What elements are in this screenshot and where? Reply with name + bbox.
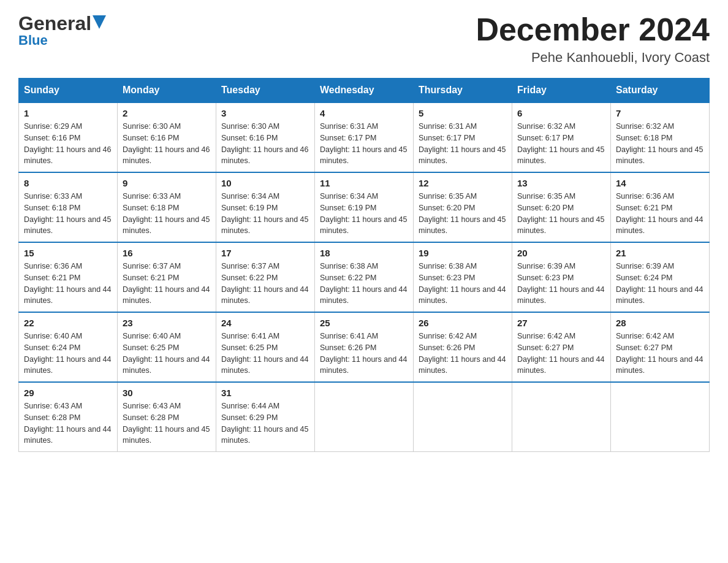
calendar-week-row: 29 Sunrise: 6:43 AMSunset: 6:28 PMDaylig… [19, 382, 710, 452]
calendar-cell: 19 Sunrise: 6:38 AMSunset: 6:23 PMDaylig… [414, 242, 512, 312]
day-info: Sunrise: 6:39 AMSunset: 6:23 PMDaylight:… [517, 261, 605, 307]
day-number: 25 [320, 318, 408, 328]
day-number: 16 [123, 248, 211, 258]
day-number: 13 [517, 178, 605, 188]
calendar-cell: 1 Sunrise: 6:29 AMSunset: 6:16 PMDayligh… [19, 102, 118, 172]
day-number: 4 [320, 108, 408, 118]
calendar-cell: 4 Sunrise: 6:31 AMSunset: 6:17 PMDayligh… [315, 102, 414, 172]
day-number: 12 [419, 178, 507, 188]
day-number: 14 [616, 178, 704, 188]
day-info: Sunrise: 6:31 AMSunset: 6:17 PMDaylight:… [419, 121, 507, 167]
header-wednesday: Wednesday [315, 79, 414, 103]
day-info: Sunrise: 6:38 AMSunset: 6:22 PMDaylight:… [320, 261, 408, 307]
day-info: Sunrise: 6:41 AMSunset: 6:26 PMDaylight:… [320, 331, 408, 377]
day-number: 5 [419, 108, 507, 118]
calendar-cell: 3 Sunrise: 6:30 AMSunset: 6:16 PMDayligh… [216, 102, 315, 172]
page-header: General Blue December 2024 Pehe Kanhoueb… [18, 12, 710, 66]
day-number: 18 [320, 248, 408, 258]
calendar-week-row: 8 Sunrise: 6:33 AMSunset: 6:18 PMDayligh… [19, 172, 710, 242]
calendar-cell: 10 Sunrise: 6:34 AMSunset: 6:19 PMDaylig… [216, 172, 315, 242]
day-info: Sunrise: 6:42 AMSunset: 6:27 PMDaylight:… [517, 331, 605, 377]
day-number: 10 [221, 178, 309, 188]
day-info: Sunrise: 6:37 AMSunset: 6:21 PMDaylight:… [123, 261, 211, 307]
logo-arrow-icon [93, 15, 106, 29]
logo-blue: Blue [18, 33, 48, 48]
calendar-cell: 31 Sunrise: 6:44 AMSunset: 6:29 PMDaylig… [216, 382, 315, 452]
calendar-cell [611, 382, 710, 452]
day-number: 1 [24, 108, 112, 118]
header-monday: Monday [118, 79, 216, 103]
header-sunday: Sunday [19, 79, 118, 103]
day-number: 20 [517, 248, 605, 258]
day-info: Sunrise: 6:32 AMSunset: 6:18 PMDaylight:… [616, 121, 704, 167]
calendar-cell: 9 Sunrise: 6:33 AMSunset: 6:18 PMDayligh… [118, 172, 216, 242]
calendar-cell: 6 Sunrise: 6:32 AMSunset: 6:17 PMDayligh… [512, 102, 611, 172]
day-info: Sunrise: 6:38 AMSunset: 6:23 PMDaylight:… [419, 261, 507, 307]
day-number: 28 [616, 318, 704, 328]
calendar-cell [512, 382, 611, 452]
day-info: Sunrise: 6:34 AMSunset: 6:19 PMDaylight:… [221, 191, 309, 237]
title-block: December 2024 Pehe Kanhouebli, Ivory Coa… [476, 12, 710, 66]
calendar-cell: 26 Sunrise: 6:42 AMSunset: 6:26 PMDaylig… [414, 312, 512, 382]
calendar-cell: 30 Sunrise: 6:43 AMSunset: 6:28 PMDaylig… [118, 382, 216, 452]
day-info: Sunrise: 6:39 AMSunset: 6:24 PMDaylight:… [616, 261, 704, 307]
day-info: Sunrise: 6:29 AMSunset: 6:16 PMDaylight:… [24, 121, 112, 167]
day-info: Sunrise: 6:43 AMSunset: 6:28 PMDaylight:… [123, 400, 211, 446]
day-number: 27 [517, 318, 605, 328]
day-number: 2 [123, 108, 211, 118]
calendar-cell: 13 Sunrise: 6:35 AMSunset: 6:20 PMDaylig… [512, 172, 611, 242]
header-friday: Friday [512, 79, 611, 103]
day-number: 30 [123, 388, 211, 398]
day-number: 8 [24, 178, 112, 188]
day-number: 7 [616, 108, 704, 118]
day-number: 19 [419, 248, 507, 258]
location-subtitle: Pehe Kanhouebli, Ivory Coast [476, 50, 710, 66]
day-info: Sunrise: 6:30 AMSunset: 6:16 PMDaylight:… [221, 121, 309, 167]
calendar-cell: 7 Sunrise: 6:32 AMSunset: 6:18 PMDayligh… [611, 102, 710, 172]
calendar-cell: 15 Sunrise: 6:36 AMSunset: 6:21 PMDaylig… [19, 242, 118, 312]
calendar-table: SundayMondayTuesdayWednesdayThursdayFrid… [18, 78, 710, 452]
day-number: 23 [123, 318, 211, 328]
day-number: 15 [24, 248, 112, 258]
calendar-cell: 22 Sunrise: 6:40 AMSunset: 6:24 PMDaylig… [19, 312, 118, 382]
calendar-cell: 8 Sunrise: 6:33 AMSunset: 6:18 PMDayligh… [19, 172, 118, 242]
calendar-week-row: 15 Sunrise: 6:36 AMSunset: 6:21 PMDaylig… [19, 242, 710, 312]
calendar-cell: 16 Sunrise: 6:37 AMSunset: 6:21 PMDaylig… [118, 242, 216, 312]
calendar-cell: 23 Sunrise: 6:40 AMSunset: 6:25 PMDaylig… [118, 312, 216, 382]
calendar-cell: 5 Sunrise: 6:31 AMSunset: 6:17 PMDayligh… [414, 102, 512, 172]
day-number: 24 [221, 318, 309, 328]
day-number: 31 [221, 388, 309, 398]
calendar-week-row: 1 Sunrise: 6:29 AMSunset: 6:16 PMDayligh… [19, 102, 710, 172]
svg-marker-0 [93, 15, 106, 29]
calendar-week-row: 22 Sunrise: 6:40 AMSunset: 6:24 PMDaylig… [19, 312, 710, 382]
calendar-header-row: SundayMondayTuesdayWednesdayThursdayFrid… [19, 79, 710, 103]
calendar-cell: 29 Sunrise: 6:43 AMSunset: 6:28 PMDaylig… [19, 382, 118, 452]
day-number: 9 [123, 178, 211, 188]
day-info: Sunrise: 6:35 AMSunset: 6:20 PMDaylight:… [517, 191, 605, 237]
calendar-cell: 24 Sunrise: 6:41 AMSunset: 6:25 PMDaylig… [216, 312, 315, 382]
calendar-cell: 27 Sunrise: 6:42 AMSunset: 6:27 PMDaylig… [512, 312, 611, 382]
header-saturday: Saturday [611, 79, 710, 103]
day-info: Sunrise: 6:44 AMSunset: 6:29 PMDaylight:… [221, 400, 309, 446]
day-info: Sunrise: 6:32 AMSunset: 6:17 PMDaylight:… [517, 121, 605, 167]
day-info: Sunrise: 6:40 AMSunset: 6:25 PMDaylight:… [123, 331, 211, 377]
day-info: Sunrise: 6:40 AMSunset: 6:24 PMDaylight:… [24, 331, 112, 377]
calendar-cell: 28 Sunrise: 6:42 AMSunset: 6:27 PMDaylig… [611, 312, 710, 382]
calendar-cell: 11 Sunrise: 6:34 AMSunset: 6:19 PMDaylig… [315, 172, 414, 242]
day-info: Sunrise: 6:42 AMSunset: 6:26 PMDaylight:… [419, 331, 507, 377]
day-number: 21 [616, 248, 704, 258]
calendar-cell [414, 382, 512, 452]
day-number: 22 [24, 318, 112, 328]
day-info: Sunrise: 6:42 AMSunset: 6:27 PMDaylight:… [616, 331, 704, 377]
day-info: Sunrise: 6:33 AMSunset: 6:18 PMDaylight:… [24, 191, 112, 237]
calendar-cell: 2 Sunrise: 6:30 AMSunset: 6:16 PMDayligh… [118, 102, 216, 172]
logo: General Blue [18, 12, 106, 48]
day-info: Sunrise: 6:30 AMSunset: 6:16 PMDaylight:… [123, 121, 211, 167]
day-info: Sunrise: 6:36 AMSunset: 6:21 PMDaylight:… [24, 261, 112, 307]
day-info: Sunrise: 6:36 AMSunset: 6:21 PMDaylight:… [616, 191, 704, 237]
day-info: Sunrise: 6:43 AMSunset: 6:28 PMDaylight:… [24, 400, 112, 446]
calendar-cell [315, 382, 414, 452]
day-number: 11 [320, 178, 408, 188]
month-title: December 2024 [476, 12, 710, 47]
day-number: 26 [419, 318, 507, 328]
